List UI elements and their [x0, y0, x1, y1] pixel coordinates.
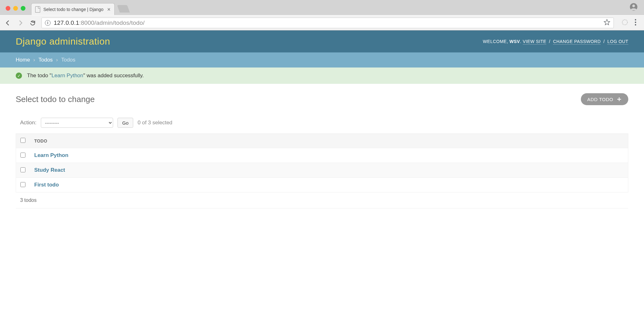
actions-label: Action: [20, 120, 36, 126]
extension-icon[interactable] [621, 19, 628, 27]
logout-link[interactable]: LOG OUT [607, 39, 628, 45]
site-info-icon[interactable]: i [45, 20, 51, 26]
minimize-window-button[interactable] [13, 6, 18, 11]
add-todo-button[interactable]: ADD TODO [581, 93, 628, 105]
column-header-todo[interactable]: TODO [30, 134, 628, 148]
welcome-text: WELCOME, [483, 39, 508, 44]
change-password-link[interactable]: CHANGE PASSWORD [553, 39, 601, 45]
close-window-button[interactable] [6, 6, 10, 11]
tab-title: Select todo to change | Django [43, 7, 103, 12]
breadcrumb: Home › Todos › Todos [0, 52, 644, 67]
select-all-checkbox[interactable] [20, 138, 25, 143]
paginator: 3 todos [16, 192, 628, 208]
username: WSV [510, 39, 520, 44]
row-checkbox[interactable] [20, 167, 25, 172]
back-button[interactable] [4, 19, 11, 26]
view-site-link[interactable]: VIEW SITE [523, 39, 546, 45]
close-tab-icon[interactable]: × [107, 7, 111, 12]
row-checkbox[interactable] [20, 153, 25, 158]
window-controls [3, 6, 29, 15]
browser-toolbar: i 127.0.0.1:8000/admin/todos/todo/ [0, 15, 644, 30]
message-link[interactable]: Learn Python [52, 73, 83, 78]
admin-title: Django administration [16, 36, 110, 47]
menu-icon[interactable] [635, 19, 636, 27]
page-title-row: Select todo to change ADD TODO [16, 93, 628, 105]
svg-point-5 [635, 24, 636, 25]
todo-link[interactable]: Learn Python [34, 152, 68, 158]
url-host: 127.0.0.1 [54, 19, 79, 26]
actions-row: Action: --------- Go 0 of 3 selected [16, 118, 628, 128]
message-suffix: " was added successfully. [83, 73, 144, 78]
page-icon [35, 6, 40, 13]
breadcrumb-current: Todos [61, 57, 75, 63]
selection-count: 0 of 3 selected [138, 120, 172, 126]
svg-point-3 [635, 19, 636, 20]
breadcrumb-app[interactable]: Todos [39, 57, 53, 63]
address-bar[interactable]: i 127.0.0.1:8000/admin/todos/todo/ [41, 18, 614, 28]
row-checkbox[interactable] [20, 182, 25, 187]
forward-button[interactable] [17, 19, 24, 26]
url-text: 127.0.0.1:8000/admin/todos/todo/ [54, 19, 145, 26]
svg-point-1 [632, 4, 635, 7]
admin-header: Django administration WELCOME, WSV. VIEW… [0, 30, 644, 52]
profile-icon[interactable] [630, 3, 638, 12]
breadcrumb-home[interactable]: Home [16, 57, 30, 63]
message-prefix: The todo " [27, 73, 52, 78]
table-row: Learn Python [16, 148, 628, 163]
reload-button[interactable] [30, 20, 36, 26]
actions-select[interactable]: --------- [41, 118, 113, 128]
user-links: WELCOME, WSV. VIEW SITE / CHANGE PASSWOR… [483, 39, 628, 44]
todo-table: TODO Learn Python Study React First todo [16, 133, 628, 192]
go-button[interactable]: Go [117, 118, 133, 128]
svg-point-4 [635, 22, 636, 23]
url-path: :8000/admin/todos/todo/ [79, 19, 145, 26]
add-button-label: ADD TODO [587, 97, 613, 102]
todo-link[interactable]: First todo [34, 182, 59, 188]
bookmark-icon[interactable] [603, 19, 610, 27]
svg-point-2 [622, 20, 628, 25]
checkmark-icon: ✓ [16, 73, 22, 79]
browser-chrome: Select todo to change | Django × i 127.0… [0, 0, 644, 30]
table-row: First todo [16, 178, 628, 192]
page-title: Select todo to change [16, 94, 95, 104]
new-tab-button[interactable] [117, 5, 130, 13]
tab-bar: Select todo to change | Django × [0, 0, 644, 15]
table-row: Study React [16, 163, 628, 178]
maximize-window-button[interactable] [21, 6, 25, 11]
success-message: ✓ The todo "Learn Python" was added succ… [0, 67, 644, 84]
todo-link[interactable]: Study React [34, 167, 65, 173]
plus-icon [616, 96, 622, 102]
browser-tab[interactable]: Select todo to change | Django × [31, 3, 115, 15]
content: Select todo to change ADD TODO Action: -… [0, 84, 644, 218]
